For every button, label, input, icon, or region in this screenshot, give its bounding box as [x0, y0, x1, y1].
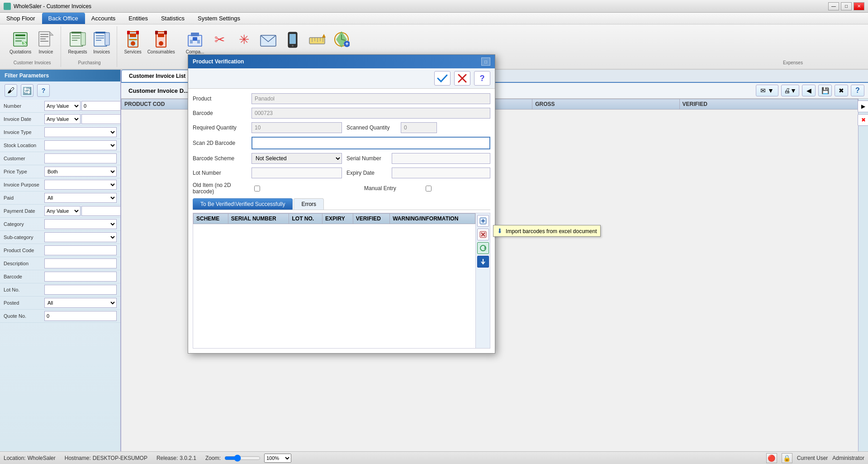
modal-serial-number-input[interactable]	[392, 153, 490, 164]
modal-required-qty-input[interactable]	[251, 122, 342, 133]
modal-scheme-select[interactable]: Not Selected	[251, 153, 342, 164]
svg-rect-25	[130, 33, 136, 37]
filter-customer-input[interactable]	[44, 153, 117, 163]
table-side-btn-2[interactable]: ✖	[858, 114, 868, 126]
filter-invoice-type-select[interactable]	[44, 127, 117, 137]
modal-product-input[interactable]	[251, 93, 490, 104]
filter-sub-category-select[interactable]	[44, 232, 117, 242]
filter-number-combo[interactable]: Any Value	[44, 101, 81, 111]
invoice-button[interactable]: Invoice	[34, 28, 57, 57]
help-table-button[interactable]: ?	[851, 85, 864, 96]
app-icon	[4, 3, 11, 10]
mobile-button[interactable]	[281, 28, 304, 51]
zoom-slider[interactable]	[224, 454, 261, 462]
filter-invoice-purpose: Invoice Purpose	[0, 178, 120, 191]
modal-scan-barcode-input[interactable]	[251, 137, 490, 149]
quotations-button[interactable]: $ Quotations	[7, 28, 33, 57]
print-dropdown-button[interactable]: 🖨▼	[781, 85, 799, 96]
menu-system-settings[interactable]: System Settings	[191, 13, 247, 24]
modal-toolbar: ?	[188, 68, 495, 89]
verify-table-content: SCHEME SERIAL NUMBER LOT NO. EXPIRY VERI…	[193, 213, 475, 348]
zoom-select[interactable]: 100% 75% 125% 150%	[264, 454, 291, 463]
help-button[interactable]: ?	[37, 84, 50, 97]
verify-import-button[interactable]	[477, 256, 489, 268]
company-button[interactable]: Compa...	[184, 28, 207, 57]
filter-quote-no-input[interactable]	[44, 311, 117, 321]
requests-button[interactable]: Requests	[66, 28, 89, 57]
envelope-button[interactable]	[257, 28, 280, 51]
modal-expiry-input[interactable]	[392, 167, 490, 178]
status-icon-1[interactable]: 🔴	[766, 453, 777, 463]
verify-add-button[interactable]	[477, 215, 489, 227]
filter-payment-date-combo[interactable]: Any Value	[44, 206, 81, 216]
filter-price-type-select[interactable]: Both Retail Wholesale	[44, 167, 117, 177]
arrow-left-button[interactable]: ◀	[802, 85, 816, 96]
status-icon-2[interactable]: 🔒	[782, 453, 792, 463]
filter-barcode-input[interactable]	[44, 272, 117, 282]
maximize-button[interactable]: □	[841, 2, 852, 10]
refresh-button[interactable]: 🔄	[21, 84, 33, 97]
clear-filter-button[interactable]: 🖌	[5, 84, 17, 97]
svg-rect-27	[129, 39, 137, 40]
delete-button[interactable]: ✖	[835, 85, 848, 96]
filter-posted-select[interactable]: All Yes No	[44, 298, 117, 308]
filter-stock-location: Stock Location	[0, 139, 120, 152]
menu-accounts[interactable]: Accounts	[85, 13, 122, 24]
svg-rect-36	[191, 33, 199, 36]
filter-payment-date-input[interactable]	[81, 206, 121, 216]
asterisk-button[interactable]: ✳	[232, 28, 255, 51]
modal-tab-errors[interactable]: Errors	[294, 198, 324, 210]
filter-paid-select[interactable]: All Yes No	[44, 193, 117, 203]
filter-lot-no-input[interactable]	[44, 285, 117, 295]
filter-number-input[interactable]	[81, 101, 121, 111]
asterisk-icon: ✳	[235, 30, 253, 48]
email-dropdown-button[interactable]: ✉ ▼	[756, 85, 778, 96]
modal-confirm-button[interactable]	[434, 71, 451, 86]
filter-sub-category-label: Sub-category	[4, 234, 44, 240]
svg-rect-2	[15, 38, 25, 39]
svg-rect-17	[81, 33, 85, 45]
modal-cancel-button[interactable]	[454, 71, 470, 86]
modal-scanned-qty-input[interactable]	[401, 122, 437, 133]
menu-shop-floor[interactable]: Shop Floor	[0, 13, 42, 24]
filter-category-select[interactable]	[44, 219, 117, 229]
filter-description-input[interactable]	[44, 258, 117, 268]
consumables-icon	[152, 30, 170, 48]
tab-customer-invoice-list[interactable]: Customer Invoice List	[121, 70, 193, 82]
menu-statistics[interactable]: Statistics	[155, 13, 191, 24]
modal-old-item-checkbox[interactable]	[254, 186, 260, 191]
minimize-button[interactable]: —	[828, 2, 839, 10]
filter-product-code-input[interactable]	[44, 245, 117, 255]
modal-tab-verified[interactable]: To Be Verified\Verified Successfully	[193, 198, 293, 210]
quotations-label: Quotations	[9, 49, 31, 54]
filter-paid-label: Paid	[4, 195, 44, 201]
filter-invoice-date: Invoice Date Any Value 📅	[0, 113, 120, 126]
invoices-button[interactable]: Invoices	[90, 28, 113, 57]
close-button[interactable]: ✕	[854, 2, 864, 10]
filter-invoice-date-combo[interactable]: Any Value	[44, 114, 81, 124]
menu-back-office[interactable]: Back Office	[42, 13, 85, 24]
table-side-btn-1[interactable]: ▶	[858, 100, 868, 112]
company-label: Compa...	[186, 49, 204, 54]
modal-scheme-row: Barcode Scheme Not Selected Serial Numbe…	[193, 153, 490, 164]
consumables-button[interactable]: Consumables	[145, 28, 177, 57]
modal-help-button[interactable]: ?	[474, 71, 490, 86]
modal-lot-input[interactable]	[251, 167, 342, 178]
verify-refresh-button[interactable]	[477, 242, 489, 254]
ruler-button[interactable]	[306, 28, 328, 51]
modal-product-row: Product	[193, 93, 490, 104]
filter-stock-location-select[interactable]	[44, 140, 117, 150]
filter-invoice-date-input[interactable]	[81, 114, 121, 124]
verify-delete-button[interactable]	[477, 229, 489, 240]
filter-invoice-purpose-select[interactable]	[44, 180, 117, 190]
save-button[interactable]: 💾	[818, 85, 832, 96]
services-button[interactable]: Services	[122, 28, 144, 57]
modal-titlebar: Product Verification □	[188, 55, 495, 68]
modal-maximize-button[interactable]: □	[481, 57, 490, 66]
modal-manual-entry-checkbox[interactable]	[426, 186, 432, 191]
purchasing-group-label: Purchasing	[78, 58, 100, 65]
clock-button[interactable]: +	[330, 28, 353, 51]
modal-barcode-input[interactable]	[251, 108, 490, 119]
menu-entities[interactable]: Entities	[122, 13, 155, 24]
cut-button[interactable]: ✂	[208, 28, 231, 51]
